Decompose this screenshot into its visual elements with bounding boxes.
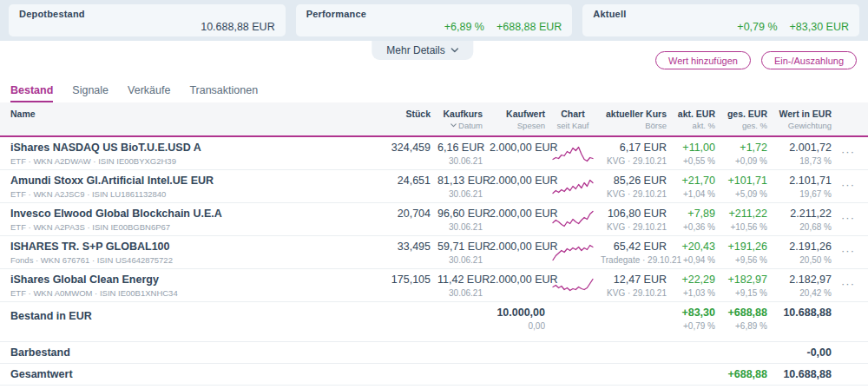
stueck-value: 24,651 — [382, 175, 431, 187]
akt-pct-value: +0,94 % — [674, 255, 715, 265]
row-menu-button[interactable]: ··· — [838, 236, 858, 268]
col-kaufkurs[interactable]: Kaufkurs Datum — [437, 102, 483, 135]
sort-chevron-icon — [450, 123, 457, 128]
bestand-wert: 10.688,88 — [774, 307, 832, 319]
bestand-akt-pct: +0,79 % — [674, 321, 715, 331]
col-ges-eur: ges. EURges. % — [722, 102, 767, 135]
aktueller-kurs-value: 6,17 EUR — [601, 142, 667, 154]
stueck-value: 324,459 — [382, 142, 431, 154]
ges-pct-value: +5,09 % — [722, 189, 767, 199]
ein-auszahlung-button[interactable]: Ein-/Auszahlung — [761, 51, 857, 69]
instrument-name: Amundi Stoxx Gl.Artificial Intel.UE EUR — [10, 175, 375, 187]
barbestand-label: Barbestand — [10, 346, 375, 359]
wert-hinzufuegen-button[interactable]: Wert hinzufügen — [655, 51, 751, 69]
aktuell-label: Aktuell — [593, 9, 849, 19]
table-row[interactable]: ISHARES TR. S+P GLOBAL100 Fonds · WKN 67… — [0, 236, 868, 269]
barbestand-row: Barbestand -0,00 — [0, 342, 868, 364]
bestand-ges-pct: +6,89 % — [722, 321, 767, 331]
instrument-ids: ETF · WKN A2PA3S · ISIN IE00BGBN6P67 — [10, 222, 375, 232]
table-row[interactable]: iShares NASDAQ US BioT.U.E.USD A ETF · W… — [0, 137, 868, 170]
bestand-kaufwert: 10.000,00 — [490, 307, 545, 319]
depotbestand-card: Depotbestand 10.688,88 EUR — [9, 4, 286, 36]
aktueller-kurs-value: 85,26 EUR — [601, 175, 667, 187]
holdings-table-body: iShares NASDAQ US BioT.U.E.USD A ETF · W… — [0, 137, 868, 302]
aktueller-kurs-value: 65,42 EUR — [601, 241, 667, 253]
depotbestand-label: Depotbestand — [19, 9, 275, 19]
ges-pct-value: +10,56 % — [722, 222, 767, 232]
tab-transaktionen[interactable]: Transaktionen — [189, 84, 258, 102]
row-menu-button[interactable]: ··· — [838, 203, 858, 235]
gesamtwert-ges: +688,88 — [722, 368, 767, 380]
performance-card: Performance +6,89 % +688,88 EUR — [296, 4, 573, 36]
ges-pct-value: +9,15 % — [722, 288, 767, 298]
ges-pct-value: +0,09 % — [722, 156, 767, 166]
ges-eur-value: +1,72 — [722, 142, 767, 154]
gewichtung-value: 20,42 % — [774, 288, 832, 298]
kaufkurs-value: 96,60 EUR — [437, 208, 483, 220]
gesamtwert-label: Gesamtwert — [10, 368, 375, 380]
portfolio-summary-band: Depotbestand 10.688,88 EUR Performance +… — [0, 0, 868, 41]
tab-verkaeufe[interactable]: Verkäufe — [128, 84, 170, 102]
kauf-datum: 30.06.21 — [437, 222, 483, 232]
instrument-name: iShares Global Clean Energy — [10, 274, 375, 286]
mehr-details-button[interactable]: Mehr Details — [372, 41, 473, 60]
table-row[interactable]: Invesco Elwood Global Blockchain U.E.A E… — [0, 203, 868, 236]
instrument-ids: ETF · WKN A2DWAW · ISIN IE00BYXG2H39 — [10, 156, 375, 166]
performance-percent: +6,89 % — [444, 21, 484, 33]
boerse-datum: KVG · 29.10.21 — [601, 222, 667, 232]
tab-signale[interactable]: Signale — [72, 84, 108, 102]
boerse-datum: KVG · 29.10.21 — [601, 189, 667, 199]
aktueller-kurs-value: 12,47 EUR — [601, 274, 667, 286]
depotbestand-value: 10.688,88 EUR — [201, 21, 274, 33]
gewichtung-value: 18,73 % — [774, 156, 832, 166]
boerse-datum: KVG · 29.10.21 — [601, 156, 667, 166]
row-menu-button[interactable]: ··· — [838, 137, 858, 169]
stueck-value: 20,704 — [382, 208, 431, 220]
akt-pct-value: +1,04 % — [674, 189, 715, 199]
col-chart: Chartseit Kauf — [552, 102, 594, 135]
aktuell-percent: +0,79 % — [737, 21, 777, 33]
stueck-value: 175,105 — [382, 274, 431, 286]
kauf-datum: 30.06.21 — [437, 255, 483, 265]
table-row[interactable]: Amundi Stoxx Gl.Artificial Intel.UE EUR … — [0, 170, 868, 203]
col-kaufwert: KaufwertSpesen — [490, 102, 545, 135]
bestand-akt: +83,30 — [674, 307, 715, 319]
bestand-spesen: 0,00 — [490, 321, 545, 331]
col-name: Name — [10, 109, 375, 119]
bestand-ges: +688,88 — [722, 307, 767, 319]
gewichtung-value: 19,67 % — [774, 189, 832, 199]
akt-pct-value: +1,03 % — [674, 288, 715, 298]
kaufkurs-value: 81,13 EUR — [437, 175, 483, 187]
chevron-down-icon — [451, 48, 459, 53]
sparkline-chart — [552, 240, 594, 264]
sparkline-chart — [552, 141, 594, 165]
kaufwert-value: 2.000,00 EUR — [490, 241, 545, 253]
actions-row: Mehr Details Wert hinzufügen Ein-/Auszah… — [0, 41, 868, 82]
table-row[interactable]: iShares Global Clean Energy ETF · WKN A0… — [0, 269, 868, 302]
row-menu-button[interactable]: ··· — [838, 269, 858, 301]
kauf-datum: 30.06.21 — [437, 288, 483, 298]
col-wert-eur: Wert in EURGewichtung — [774, 102, 832, 135]
sparkline-chart — [552, 207, 594, 231]
akt-eur-value: +21,70 — [674, 175, 715, 187]
gesamtwert-wert: 10.688,88 — [774, 368, 832, 380]
stueck-value: 33,495 — [382, 241, 431, 253]
boerse-datum: KVG · 29.10.21 — [601, 288, 667, 298]
ges-eur-value: +191,26 — [722, 241, 767, 253]
kaufwert-value: 2.000,00 EUR — [490, 175, 545, 187]
kauf-datum: 30.06.21 — [437, 156, 483, 166]
akt-eur-value: +7,89 — [674, 208, 715, 220]
ges-eur-value: +182,97 — [722, 274, 767, 286]
kaufwert-value: 2.000,00 EUR — [490, 208, 545, 220]
performance-label: Performance — [306, 9, 562, 19]
kauf-datum: 30.06.21 — [437, 189, 483, 199]
tab-bestand[interactable]: Bestand — [10, 84, 53, 102]
ges-eur-value: +101,71 — [722, 175, 767, 187]
instrument-ids: ETF · WKN A2JSC9 · ISIN LU1861132840 — [10, 189, 375, 199]
akt-pct-value: +0,36 % — [674, 222, 715, 232]
row-menu-button[interactable]: ··· — [838, 170, 858, 202]
performance-amount: +688,88 EUR — [496, 21, 562, 33]
akt-pct-value: +0,55 % — [674, 156, 715, 166]
akt-eur-value: +22,29 — [674, 274, 715, 286]
col-akt-eur: akt. EURakt. % — [674, 102, 715, 135]
